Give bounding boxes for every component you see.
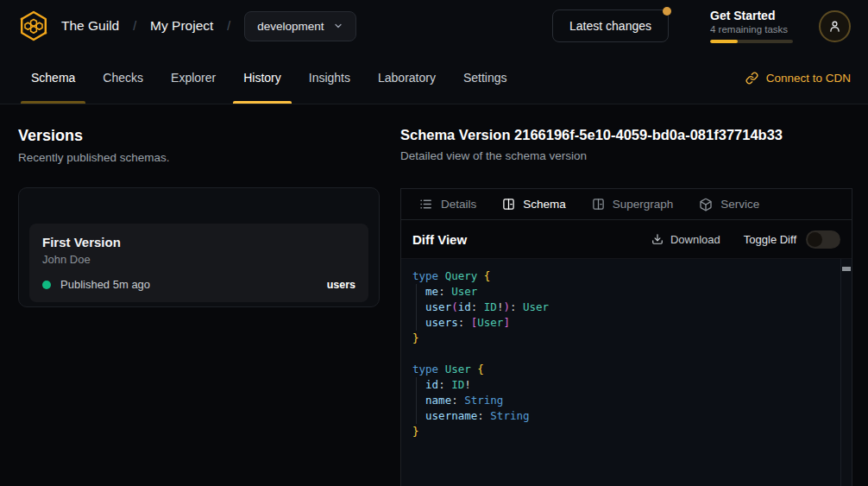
indent-guide [416,377,417,424]
nav-tab-label: History [243,71,281,85]
version-detail-panel: Schema Version 2166196f-5e10-4059-bd0a-0… [400,104,852,486]
schema-code: type Query { me: User user(id: ID!): Use… [412,268,834,439]
get-started-progress-bar [710,40,793,43]
published-status-dot [42,281,51,289]
nav-tab-underline [92,101,154,104]
toggle-knob [808,232,822,247]
versions-subtitle: Recently published schemas. [18,151,380,164]
breadcrumb-project[interactable]: My Project [150,18,213,34]
download-icon [651,233,664,245]
code-line: me: User [412,284,834,300]
code-line: } [412,331,834,346]
nav-tab-label: Schema [31,71,75,85]
code-line [412,346,834,362]
link-icon [745,72,758,85]
nav-tab-underline [453,101,518,104]
detail-tab-details[interactable]: Details [418,197,476,211]
latest-changes-button[interactable]: Latest changes [552,9,669,42]
toggle-diff-switch[interactable] [806,230,840,249]
breadcrumb-separator: / [133,19,136,33]
version-list-item[interactable]: First Version John Doe Published 5m ago … [29,224,368,302]
diff-view-header: Diff View Download Toggle Diff [401,220,852,259]
user-avatar[interactable] [819,10,851,42]
detail-tab-label: Service [720,198,759,211]
nav-tab-settings[interactable]: Settings [450,52,521,104]
get-started-title: Get Started [710,9,793,22]
cube-icon [699,198,713,211]
detail-tab-label: Supergraph [613,198,674,211]
nav-tab-label: Checks [103,71,143,85]
breadcrumb-org[interactable]: The Guild [61,18,119,34]
code-line: user(id: ID!): User [412,300,834,315]
target-dropdown-value: development [257,20,324,33]
nav-tab-label: Insights [309,71,350,85]
top-bar: The Guild / My Project / development Lat… [0,0,868,52]
connect-to-cdn-label: Connect to CDN [766,72,851,85]
user-icon [827,19,842,34]
indent-guide [416,284,417,331]
nav-tab-underline [233,101,292,104]
target-dropdown[interactable]: development [244,11,355,41]
get-started-progress-fill [710,40,738,43]
nav-tab-underline [299,101,361,104]
detail-tab-schema[interactable]: Schema [502,198,566,211]
main-content: Versions Recently published schemas. Fir… [0,104,868,486]
connect-to-cdn-link[interactable]: Connect to CDN [745,52,851,104]
code-line: type User { [412,362,834,377]
published-status-text: Published 5m ago [60,278,327,291]
code-line: name: String [412,393,834,408]
nav-tab-underline [21,101,85,104]
detail-tab-label: Details [441,198,476,211]
list-icon [418,197,433,211]
detail-tab-bar: DetailsSchemaSupergraphService [401,189,852,220]
nav-tab-label: Laboratory [378,71,436,85]
toggle-diff-label: Toggle Diff [744,233,796,246]
nav-tab-label: Explorer [171,71,216,85]
nav-tab-schema[interactable]: Schema [17,52,89,104]
nav-tab-explorer[interactable]: Explorer [157,52,230,104]
versions-title: Versions [18,127,380,145]
code-scrollbar-thumb[interactable] [842,267,851,271]
versions-list-card: First Version John Doe Published 5m ago … [18,187,380,307]
version-detail-subtitle: Detailed view of the schema version [400,149,852,162]
chevron-down-icon [333,21,343,31]
version-detail-card: DetailsSchemaSupergraphService Diff View… [400,188,852,486]
detail-tab-supergraph[interactable]: Supergraph [592,198,674,211]
code-line: users: [User] [412,315,834,331]
code-line: type Query { [412,268,834,284]
code-line: id: ID! [412,377,834,393]
target-nav: SchemaChecksExplorerHistoryInsightsLabor… [0,52,868,104]
get-started-widget[interactable]: Get Started 4 remaining tasks [710,9,793,43]
detail-tab-label: Schema [523,198,566,211]
breadcrumb-separator: / [227,19,230,33]
version-name: First Version [42,235,355,249]
nav-tab-label: Settings [463,71,507,85]
code-line: username: String [412,408,834,424]
diff-view-title: Diff View [412,232,651,247]
nav-tab-history[interactable]: History [230,52,295,104]
version-author: John Doe [42,253,355,266]
nav-tab-insights[interactable]: Insights [295,52,364,104]
detail-tab-service[interactable]: Service [699,198,759,211]
columns-icon [502,198,515,211]
get-started-subtitle: 4 remaining tasks [710,24,793,35]
guild-logo-icon[interactable] [17,9,50,42]
notification-dot [663,7,671,16]
code-scrollbar[interactable] [840,259,852,486]
nav-tab-underline [160,101,226,104]
download-button[interactable]: Download [651,233,720,246]
service-badge: users [327,279,355,291]
download-label: Download [670,233,720,246]
code-line: } [412,424,834,439]
columns-icon [592,198,605,211]
versions-panel: Versions Recently published schemas. Fir… [0,104,400,486]
schema-code-viewer[interactable]: type Query { me: User user(id: ID!): Use… [401,259,852,486]
nav-tab-underline [368,101,446,104]
version-detail-title: Schema Version 2166196f-5e10-4059-bd0a-0… [400,127,852,143]
nav-tab-laboratory[interactable]: Laboratory [364,52,450,104]
nav-tab-checks[interactable]: Checks [89,52,157,104]
